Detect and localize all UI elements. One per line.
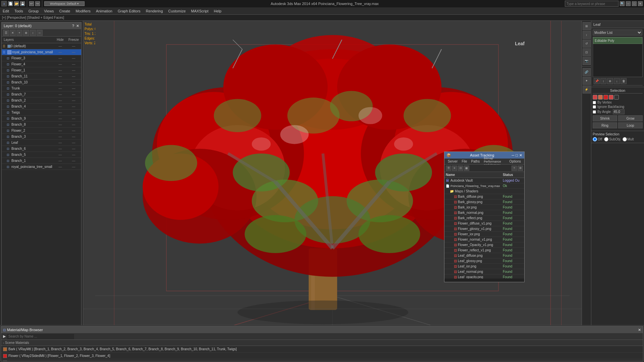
layer-item-branch4[interactable]: ⊡ Branch_4 — —	[2, 104, 81, 110]
viewport[interactable]: Total Polys: 640 852 Tris: 1 281 702 Edg…	[83, 21, 582, 353]
layer-item-leaf[interactable]: ⊡ Leaf — —	[2, 140, 81, 146]
undo-btn[interactable]: ↩	[29, 1, 34, 6]
layer-item-flower1[interactable]: ⊡ Flower_1 — —	[2, 67, 81, 73]
asset-row-maps[interactable]: 📁 Maps / Shaders	[444, 189, 524, 194]
asset-row-bark-normal[interactable]: 🖼 Bark_normal.png Found	[444, 210, 524, 216]
asset-row-flower-ior[interactable]: 🖼 Flower_ior.png Found	[444, 232, 524, 237]
shrink-btn[interactable]: Shrink	[593, 115, 617, 121]
asset-menu-bitmap[interactable]: Bitmap Performance and Memory	[482, 159, 507, 164]
asset-menu-options[interactable]: Options	[507, 159, 523, 164]
preview-subobj-radio[interactable]	[604, 137, 608, 141]
ring-btn[interactable]: Ring	[593, 122, 617, 128]
asset-row-leaf-opacity[interactable]: 🖼 Leaf_opacity.png Found	[444, 275, 524, 279]
sel-mode-1[interactable]	[598, 95, 603, 100]
layer-item-branch2[interactable]: ⊡ Branch_2 — —	[2, 98, 81, 104]
sel-mode-4[interactable]	[614, 95, 619, 100]
right-icon-6[interactable]: ✦	[583, 77, 591, 85]
preview-subobj-label[interactable]: SubObj	[604, 137, 620, 141]
mod-btn-1[interactable]: ↕	[600, 78, 606, 84]
menu-tools[interactable]: Tools	[12, 7, 26, 14]
asset-row-bark-diffuse[interactable]: 🖼 Bark_diffuse.png Found	[444, 194, 524, 199]
layer-item-twigs[interactable]: ⊡ Twigs — —	[2, 110, 81, 116]
material-browser-close[interactable]: ✕	[638, 328, 641, 332]
layer-item-branch10[interactable]: ⊡ Branch_10 — —	[2, 79, 81, 85]
asset-toolbar-btn-3[interactable]: ▦	[464, 166, 469, 171]
layer-item-flower3[interactable]: ⊡ Flower_3 — —	[2, 55, 81, 61]
asset-scrollbar[interactable]	[444, 279, 524, 282]
grow-btn[interactable]: Grow	[618, 115, 643, 121]
loop-btn[interactable]: Loop	[618, 122, 643, 128]
material-row-leaf[interactable]: Leaf ( VRay2SidedMtl ) [Leaf]	[1, 359, 643, 361]
material-search-input[interactable]	[7, 334, 74, 339]
layer-toolbar-btn-5[interactable]: ↔	[37, 30, 43, 36]
layer-item-branch5[interactable]: ⊡ Branch_5 — —	[2, 152, 81, 158]
menu-edit[interactable]: Edit	[0, 7, 12, 14]
right-icon-7[interactable]: ⚡	[583, 85, 591, 94]
close-btn[interactable]: ✕	[638, 1, 643, 6]
menu-rendering[interactable]: Rendering	[143, 7, 166, 14]
layer-dialog-help[interactable]: ?	[72, 24, 74, 28]
menu-modifiers[interactable]: Modifiers	[73, 7, 93, 14]
layer-item-branch9[interactable]: ⊡ Branch_9 — —	[2, 116, 81, 122]
menu-maxscript[interactable]: MAXScript	[189, 7, 211, 14]
menu-create[interactable]: Create	[56, 7, 73, 14]
asset-row-bark-glossy[interactable]: 🖼 Bark_glossy.png Found	[444, 199, 524, 205]
layer-item-flower4[interactable]: ⊡ Flower_4 — —	[2, 61, 81, 67]
layer-item-branch7[interactable]: ⊡ Branch_7 — —	[2, 92, 81, 98]
layer-item-flower2[interactable]: ⊡ Flower_2 — —	[2, 128, 81, 134]
layer-item-royal-small[interactable]: ⊡ royal_poinciana_tree_small — —	[2, 164, 81, 170]
menu-graph-editors[interactable]: Graph Editors	[115, 7, 143, 14]
maximize-btn[interactable]: □	[632, 1, 637, 6]
right-icon-1[interactable]: ↕	[583, 31, 591, 39]
new-btn[interactable]: 📄	[8, 1, 13, 6]
asset-toolbar-help[interactable]: ?	[512, 166, 517, 171]
preview-multi-label[interactable]: Mult	[623, 137, 634, 141]
mod-btn-4[interactable]: 🗑	[621, 78, 627, 84]
angle-input[interactable]	[613, 109, 625, 114]
asset-row-bark-reflect[interactable]: 🖼 Bark_reflect.png Found	[444, 216, 524, 221]
layer-item-royal[interactable]: ☰ royal_poinciana_tree_small — —	[2, 49, 81, 55]
right-icon-2[interactable]: ↺	[583, 40, 591, 48]
layer-dialog-close[interactable]: ✕	[76, 24, 79, 28]
asset-min-btn[interactable]: ─	[512, 153, 515, 158]
layer-item-default[interactable]: ☰ 0 (default) — —	[2, 43, 81, 49]
layer-toolbar-btn-4[interactable]: ↕	[30, 30, 36, 36]
mod-btn-0[interactable]: 📌	[594, 78, 600, 84]
asset-toolbar-btn-2[interactable]: ⊡	[458, 166, 463, 171]
asset-row-leaf-ior[interactable]: 🖼 Leaf_ior.png Found	[444, 264, 524, 269]
preview-off-radio[interactable]	[593, 137, 597, 141]
asset-toolbar-btn-1[interactable]: ≡	[452, 166, 457, 171]
menu-animation[interactable]: Animation	[93, 7, 115, 14]
asset-row-leaf-diffuse[interactable]: 🖼 Leaf_diffuse.png Found	[444, 253, 524, 258]
asset-close-btn[interactable]: ✕	[519, 153, 522, 158]
asset-row-flower-glossy[interactable]: 🖼 Flower_glossy_v1.png Found	[444, 226, 524, 232]
asset-row-vault[interactable]: 🏛 Autodesk Vault Logged Ou	[444, 178, 524, 183]
layer-item-trunk[interactable]: ⊡ Trunk — —	[2, 85, 81, 92]
material-row-bark[interactable]: Bark ( VRayMtl ) [Branch_1, Branch_2, Br…	[1, 346, 643, 353]
asset-row-flower-opacity[interactable]: 🖼 Flower_Opacity_v1.png Found	[444, 242, 524, 248]
layer-item-branch11[interactable]: ⊡ Branch_11 — —	[2, 73, 81, 79]
by-angle-checkbox[interactable]	[593, 110, 596, 114]
material-row-flower[interactable]: Flower ( VRay2SidedMtl ) [Flower_1, Flow…	[1, 353, 643, 359]
ignore-backfacing-checkbox[interactable]	[593, 105, 596, 109]
menu-group[interactable]: Group	[26, 7, 42, 14]
layer-check-default[interactable]	[7, 45, 11, 48]
asset-row-bark-ior[interactable]: 🖼 Bark_ior.png Found	[444, 205, 524, 210]
asset-row-leaf-normal[interactable]: 🖼 Leaf_normal.png Found	[444, 269, 524, 275]
right-icon-3[interactable]: ⊡	[583, 48, 591, 56]
sel-mode-3[interactable]	[609, 95, 613, 100]
layer-toolbar-btn-0[interactable]: ☰	[3, 30, 9, 36]
right-icon-5[interactable]: 🔗	[583, 68, 591, 76]
right-icon-4[interactable]: 📷	[583, 57, 591, 65]
asset-menu-file[interactable]: File	[460, 159, 469, 164]
right-icon-0[interactable]: ⊞	[583, 22, 591, 30]
help-search-input[interactable]	[565, 1, 619, 7]
search-icon[interactable]: 🔍	[620, 1, 625, 6]
modifier-list-select[interactable]: Modifier List	[593, 29, 642, 36]
layer-toolbar-btn-1[interactable]: ✕	[10, 30, 16, 36]
asset-row-flower-normal[interactable]: 🖼 Flower_normal_v1.png Found	[444, 237, 524, 242]
asset-row-flower-reflect[interactable]: 🖼 Flower_reflect_v1.png Found	[444, 248, 524, 253]
mod-btn-2[interactable]: ⊕	[607, 78, 613, 84]
layer-item-branch1[interactable]: ⊡ Branch_1 — —	[2, 158, 81, 164]
modifier-item-editable-poly[interactable]: Editable Poly	[593, 37, 642, 44]
